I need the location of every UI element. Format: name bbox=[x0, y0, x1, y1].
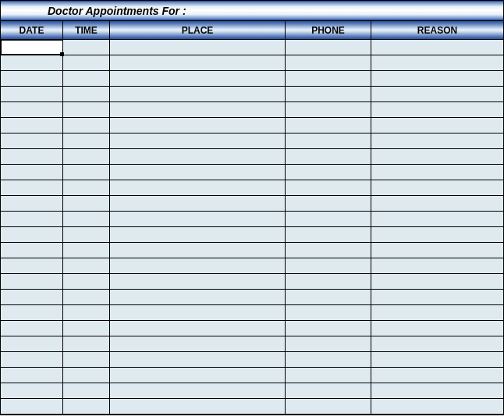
cell-reason[interactable] bbox=[371, 321, 503, 336]
cell-date[interactable] bbox=[1, 290, 63, 304]
cell-date[interactable] bbox=[1, 212, 63, 226]
cell-reason[interactable] bbox=[371, 290, 503, 304]
cell-place[interactable] bbox=[110, 196, 286, 211]
header-phone[interactable]: PHONE bbox=[286, 21, 371, 39]
cell-date[interactable] bbox=[1, 368, 63, 383]
header-reason[interactable]: REASON bbox=[371, 21, 503, 39]
cell-phone[interactable] bbox=[286, 290, 371, 304]
cell-time[interactable] bbox=[63, 368, 110, 383]
cell-place[interactable] bbox=[110, 258, 286, 273]
cell-reason[interactable] bbox=[371, 118, 503, 133]
cell-date[interactable] bbox=[1, 227, 63, 242]
cell-reason[interactable] bbox=[371, 180, 503, 195]
cell-reason[interactable] bbox=[371, 305, 503, 320]
cell-date[interactable] bbox=[1, 165, 63, 180]
cell-phone[interactable] bbox=[286, 87, 371, 101]
cell-date[interactable] bbox=[1, 102, 63, 117]
cell-phone[interactable] bbox=[286, 118, 371, 133]
cell-phone[interactable] bbox=[286, 321, 371, 336]
cell-phone[interactable] bbox=[286, 243, 371, 258]
cell-date[interactable] bbox=[1, 258, 63, 273]
cell-place[interactable] bbox=[110, 352, 286, 367]
cell-time[interactable] bbox=[63, 133, 110, 148]
cell-reason[interactable] bbox=[371, 71, 503, 86]
cell-phone[interactable] bbox=[286, 305, 371, 320]
cell-phone[interactable] bbox=[286, 368, 371, 383]
cell-date[interactable] bbox=[1, 149, 63, 164]
cell-place[interactable] bbox=[110, 118, 286, 133]
cell-date[interactable] bbox=[1, 133, 63, 148]
cell-phone[interactable] bbox=[286, 133, 371, 148]
cell-time[interactable] bbox=[63, 102, 110, 117]
cell-reason[interactable] bbox=[371, 368, 503, 383]
cell-time[interactable] bbox=[63, 243, 110, 258]
cell-date[interactable] bbox=[1, 40, 63, 55]
cell-phone[interactable] bbox=[286, 180, 371, 195]
cell-reason[interactable] bbox=[371, 227, 503, 242]
cell-place[interactable] bbox=[110, 71, 286, 86]
cell-date[interactable] bbox=[1, 71, 63, 86]
cell-place[interactable] bbox=[110, 133, 286, 148]
cell-phone[interactable] bbox=[286, 352, 371, 367]
cell-place[interactable] bbox=[110, 102, 286, 117]
cell-place[interactable] bbox=[110, 55, 286, 70]
cell-date[interactable] bbox=[1, 336, 63, 351]
cell-time[interactable] bbox=[63, 87, 110, 101]
cell-phone[interactable] bbox=[286, 165, 371, 180]
cell-reason[interactable] bbox=[371, 352, 503, 367]
cell-phone[interactable] bbox=[286, 212, 371, 226]
cell-phone[interactable] bbox=[286, 196, 371, 211]
cell-date[interactable] bbox=[1, 399, 63, 414]
cell-place[interactable] bbox=[110, 149, 286, 164]
cell-phone[interactable] bbox=[286, 274, 371, 289]
cell-date[interactable] bbox=[1, 118, 63, 133]
cell-place[interactable] bbox=[110, 180, 286, 195]
cell-reason[interactable] bbox=[371, 55, 503, 70]
cell-date[interactable] bbox=[1, 196, 63, 211]
cell-place[interactable] bbox=[110, 40, 286, 55]
cell-time[interactable] bbox=[63, 196, 110, 211]
cell-reason[interactable] bbox=[371, 196, 503, 211]
cell-date[interactable] bbox=[1, 321, 63, 336]
cell-place[interactable] bbox=[110, 321, 286, 336]
cell-time[interactable] bbox=[63, 305, 110, 320]
cell-phone[interactable] bbox=[286, 149, 371, 164]
cell-date[interactable] bbox=[1, 55, 63, 70]
cell-place[interactable] bbox=[110, 212, 286, 226]
cell-time[interactable] bbox=[63, 383, 110, 398]
cell-time[interactable] bbox=[63, 290, 110, 304]
cell-place[interactable] bbox=[110, 399, 286, 414]
cell-phone[interactable] bbox=[286, 55, 371, 70]
cell-place[interactable] bbox=[110, 243, 286, 258]
cell-reason[interactable] bbox=[371, 274, 503, 289]
cell-date[interactable] bbox=[1, 87, 63, 101]
cell-place[interactable] bbox=[110, 274, 286, 289]
cell-reason[interactable] bbox=[371, 133, 503, 148]
cell-phone[interactable] bbox=[286, 383, 371, 398]
cell-place[interactable] bbox=[110, 383, 286, 398]
cell-reason[interactable] bbox=[371, 87, 503, 101]
cell-place[interactable] bbox=[110, 368, 286, 383]
cell-phone[interactable] bbox=[286, 40, 371, 55]
cell-time[interactable] bbox=[63, 274, 110, 289]
cell-date[interactable] bbox=[1, 352, 63, 367]
cell-phone[interactable] bbox=[286, 336, 371, 351]
cell-place[interactable] bbox=[110, 305, 286, 320]
cell-time[interactable] bbox=[63, 258, 110, 273]
cell-reason[interactable] bbox=[371, 336, 503, 351]
cell-phone[interactable] bbox=[286, 399, 371, 414]
cell-time[interactable] bbox=[63, 227, 110, 242]
cell-time[interactable] bbox=[63, 40, 110, 55]
cell-place[interactable] bbox=[110, 290, 286, 304]
cell-place[interactable] bbox=[110, 87, 286, 101]
header-date[interactable]: DATE bbox=[1, 21, 63, 39]
cell-time[interactable] bbox=[63, 55, 110, 70]
cell-time[interactable] bbox=[63, 180, 110, 195]
cell-date[interactable] bbox=[1, 243, 63, 258]
cell-date[interactable] bbox=[1, 305, 63, 320]
cell-phone[interactable] bbox=[286, 227, 371, 242]
cell-time[interactable] bbox=[63, 212, 110, 226]
cell-reason[interactable] bbox=[371, 212, 503, 226]
cell-phone[interactable] bbox=[286, 71, 371, 86]
cell-reason[interactable] bbox=[371, 102, 503, 117]
